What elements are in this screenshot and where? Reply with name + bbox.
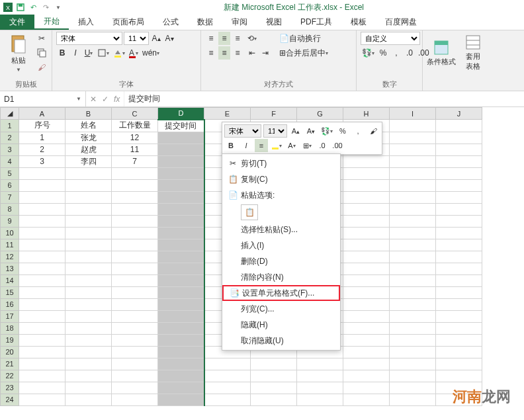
row-header-21[interactable]: 21 [1, 358, 19, 370]
cell-H22[interactable] [343, 370, 390, 382]
cell-C24[interactable] [112, 394, 158, 405]
cell-A5[interactable] [19, 167, 66, 179]
cell-I6[interactable] [390, 179, 436, 191]
undo-icon[interactable]: ↶ [28, 2, 38, 13]
cell-B18[interactable] [66, 322, 112, 334]
cell-A16[interactable] [19, 298, 66, 310]
cell-B15[interactable] [66, 286, 112, 298]
cell-B24[interactable] [66, 394, 112, 405]
cell-B22[interactable] [66, 370, 112, 382]
cell-G23[interactable] [297, 382, 343, 394]
fill-color-button[interactable]: ▾ [112, 46, 126, 60]
name-box[interactable]: D1▼ [0, 91, 86, 106]
cell-H4[interactable] [343, 155, 390, 167]
cell-H7[interactable] [343, 191, 390, 203]
cell-D21[interactable] [158, 358, 204, 370]
cell-I15[interactable] [390, 286, 436, 298]
tab-data[interactable]: 数据 [188, 15, 222, 30]
ctx-insert[interactable]: 插入(I) [222, 237, 340, 253]
cell-H18[interactable] [343, 322, 390, 334]
cell-H23[interactable] [343, 382, 390, 394]
cell-H13[interactable] [343, 263, 390, 274]
mini-bold-button[interactable]: B [224, 139, 238, 152]
cell-A9[interactable] [19, 215, 66, 227]
align-right-icon[interactable]: ≡ [232, 46, 243, 60]
cell-C11[interactable] [112, 239, 158, 251]
cancel-icon[interactable]: ✕ [90, 95, 97, 104]
tab-review[interactable]: 审阅 [222, 15, 257, 30]
save-icon[interactable] [15, 2, 26, 13]
border-button[interactable]: ▾ [96, 46, 110, 60]
cell-B6[interactable] [66, 179, 112, 191]
row-header-13[interactable]: 13 [1, 263, 19, 274]
cell-I20[interactable] [390, 346, 436, 358]
cell-J18[interactable] [436, 322, 482, 334]
cell-I22[interactable] [390, 370, 436, 382]
cell-B14[interactable] [66, 274, 112, 286]
cell-D12[interactable] [158, 251, 204, 263]
row-header-12[interactable]: 12 [1, 251, 19, 263]
ctx-clear[interactable]: 清除内容(N) [222, 269, 340, 285]
row-header-3[interactable]: 3 [1, 144, 19, 155]
cell-J4[interactable] [436, 155, 482, 167]
cell-B17[interactable] [66, 310, 112, 322]
format-table-button[interactable]: 套用 表格 [459, 32, 488, 74]
tab-formulas[interactable]: 公式 [153, 15, 188, 30]
cell-I16[interactable] [390, 298, 436, 310]
cell-B10[interactable] [66, 227, 112, 239]
cell-B1[interactable]: 姓名 [66, 120, 112, 132]
cell-B21[interactable] [66, 358, 112, 370]
mini-increase-font-icon[interactable]: A▴ [289, 124, 302, 138]
paste-option-button[interactable]: 📋 [241, 204, 258, 220]
increase-decimal-icon[interactable]: .0 [404, 46, 415, 60]
row-header-9[interactable]: 9 [1, 215, 19, 227]
cell-B2[interactable]: 张龙 [66, 132, 112, 144]
bold-button[interactable]: B [56, 46, 68, 60]
cell-H9[interactable] [343, 215, 390, 227]
cell-F23[interactable] [251, 382, 297, 394]
cell-J9[interactable] [436, 215, 482, 227]
cell-D23[interactable] [158, 382, 204, 394]
cell-C13[interactable] [112, 263, 158, 274]
mini-size-select[interactable]: 11 [263, 124, 287, 138]
mini-align-center-icon[interactable]: ≡ [255, 139, 268, 152]
cell-C15[interactable] [112, 286, 158, 298]
redo-icon[interactable]: ↷ [40, 2, 51, 13]
ctx-copy[interactable]: 📋复制(C) [222, 171, 340, 187]
col-header-J[interactable]: J [436, 108, 482, 120]
phonetic-button[interactable]: wén▾ [141, 46, 161, 60]
cell-J17[interactable] [436, 310, 482, 322]
ctx-column-width[interactable]: 列宽(C)... [222, 301, 340, 317]
cell-C4[interactable]: 7 [112, 155, 158, 167]
font-color-button[interactable]: A▾ [128, 46, 140, 60]
cell-E21[interactable] [204, 358, 251, 370]
cell-C17[interactable] [112, 310, 158, 322]
select-all-corner[interactable]: ◢ [1, 108, 19, 120]
cell-B19[interactable] [66, 334, 112, 346]
cell-E24[interactable] [204, 394, 251, 405]
cell-A14[interactable] [19, 274, 66, 286]
cell-D24[interactable] [158, 394, 204, 405]
mini-italic-button[interactable]: I [240, 139, 253, 152]
cell-D15[interactable] [158, 286, 204, 298]
cell-C1[interactable]: 工作数量 [112, 120, 158, 132]
number-format-select[interactable]: 自定义 [361, 32, 420, 45]
cell-D11[interactable] [158, 239, 204, 251]
cell-D17[interactable] [158, 310, 204, 322]
row-header-24[interactable]: 24 [1, 394, 19, 405]
cell-J5[interactable] [436, 167, 482, 179]
cell-A4[interactable]: 3 [19, 155, 66, 167]
row-header-22[interactable]: 22 [1, 370, 19, 382]
increase-font-icon[interactable]: A▴ [150, 32, 162, 45]
cell-I9[interactable] [390, 215, 436, 227]
qat-dropdown-icon[interactable]: ▼ [53, 2, 64, 13]
merge-center-button[interactable]: ⊞合并后居中▾ [278, 46, 329, 60]
cell-I21[interactable] [390, 358, 436, 370]
row-header-20[interactable]: 20 [1, 346, 19, 358]
row-header-23[interactable]: 23 [1, 382, 19, 394]
cell-A19[interactable] [19, 334, 66, 346]
ctx-cut[interactable]: ✂剪切(T) [222, 155, 340, 171]
cell-D20[interactable] [158, 346, 204, 358]
cell-I13[interactable] [390, 263, 436, 274]
copy-icon[interactable] [36, 46, 48, 60]
